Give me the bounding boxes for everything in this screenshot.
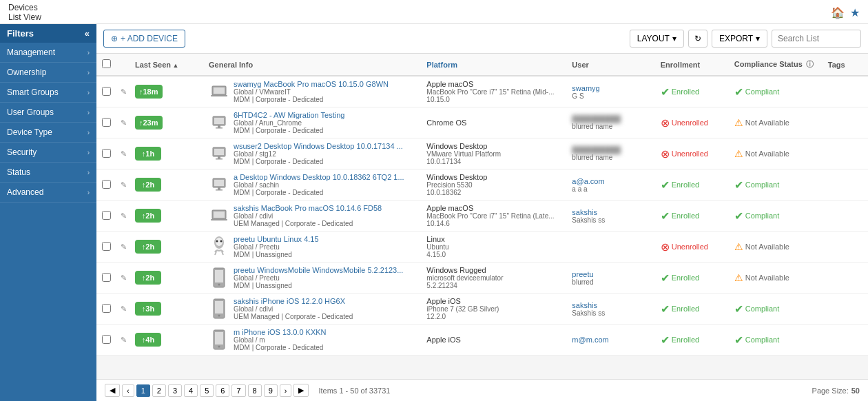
device-name-link[interactable]: sakshis MacBook Pro macOS 10.14.6 FD58	[234, 204, 382, 212]
user-name: blurred name	[572, 154, 652, 161]
sidebar-item-user-groups[interactable]: User Groups ›	[0, 103, 96, 123]
device-icon	[209, 172, 229, 197]
page-6-button[interactable]: 6	[216, 384, 229, 397]
sidebar-item-security[interactable]: Security ›	[0, 143, 96, 163]
edit-icon[interactable]: ✎	[120, 150, 127, 158]
sidebar-item-advanced[interactable]: Advanced ›	[0, 183, 96, 203]
last-seen-header[interactable]: Last Seen	[131, 54, 205, 76]
export-button[interactable]: EXPORT ▾	[712, 30, 767, 48]
page-8-button[interactable]: 8	[248, 384, 262, 397]
page-1-button[interactable]: 1	[136, 384, 150, 397]
platform-version: 10.15.0	[426, 96, 564, 103]
user-email[interactable]: sakshis	[572, 301, 652, 309]
platform-header[interactable]: Platform	[422, 54, 568, 76]
page-5-button[interactable]: 5	[200, 384, 214, 397]
device-name-link[interactable]: preetu Ubuntu Linux 4.15	[234, 235, 319, 243]
sidebar-item-ownership[interactable]: Ownership ›	[0, 63, 96, 83]
device-icon	[209, 265, 229, 290]
row-checkbox[interactable]	[102, 211, 111, 220]
next-page-button[interactable]: ›	[280, 384, 292, 397]
row-action-cell: ✎	[116, 325, 131, 356]
svg-rect-5	[218, 125, 220, 127]
page-9-button[interactable]: 9	[264, 384, 278, 397]
enrollment-status: ✔ Enrolled	[661, 333, 726, 347]
layout-button[interactable]: LAYOUT ▾	[630, 30, 684, 48]
user-email[interactable]: m@m.com	[572, 336, 652, 344]
row-checkbox[interactable]	[102, 242, 111, 251]
table-row: ✎ ↑1h wsuser2 Desktop Windows Desktop 10…	[96, 138, 868, 169]
svg-rect-2	[211, 95, 227, 96]
user-cell: ██████████ blurred name	[568, 138, 656, 169]
page-7-button[interactable]: 7	[231, 384, 245, 397]
edit-icon[interactable]: ✎	[120, 119, 127, 127]
row-checkbox[interactable]	[102, 180, 111, 189]
edit-icon[interactable]: ✎	[120, 336, 127, 345]
edit-icon[interactable]: ✎	[120, 305, 127, 313]
star-icon[interactable]: ★	[850, 6, 860, 19]
device-org: Global / VMwareIT	[234, 88, 418, 96]
sidebar-item-status[interactable]: Status ›	[0, 163, 96, 183]
enrollment-label: Unenrolled	[672, 243, 708, 251]
user-email[interactable]: a@a.com	[572, 177, 652, 185]
select-all-checkbox[interactable]	[102, 59, 111, 68]
compliance-cell: ✔ Compliant	[730, 169, 824, 200]
info-icon[interactable]: ⓘ	[806, 60, 814, 68]
edit-icon[interactable]: ✎	[120, 243, 127, 251]
sidebar-item-management[interactable]: Management ›	[0, 43, 96, 63]
page-3-button[interactable]: 3	[168, 384, 182, 397]
sidebar-item-smart-groups[interactable]: Smart Groups ›	[0, 83, 96, 103]
edit-icon[interactable]: ✎	[120, 274, 127, 282]
row-checkbox[interactable]	[102, 87, 111, 96]
user-email[interactable]: preetu	[572, 270, 652, 278]
chevron-right-icon: ›	[87, 89, 90, 96]
edit-icon[interactable]: ✎	[120, 181, 127, 189]
device-name-link[interactable]: a Desktop Windows Desktop 10.0.18362 6TQ…	[234, 173, 404, 181]
device-name-link[interactable]: 6HTD4C2 - AW Migration Testing	[234, 111, 344, 119]
time-badge: ↑4h	[135, 333, 161, 347]
last-page-button[interactable]: ▶	[293, 384, 309, 397]
prev-page-button[interactable]: ‹	[122, 384, 134, 397]
page-2-button[interactable]: 2	[152, 384, 166, 397]
edit-icon[interactable]: ✎	[120, 212, 127, 220]
row-checkbox[interactable]	[102, 273, 111, 282]
home-icon[interactable]: 🏠	[831, 6, 845, 19]
time-badge: ↑3h	[135, 302, 161, 316]
chevron-right-icon: ›	[87, 109, 90, 116]
svg-rect-9	[218, 156, 220, 158]
breadcrumb: Devices	[8, 3, 41, 12]
platform-cell: Apple macOS MacBook Pro "Core i7" 15" Re…	[422, 200, 568, 232]
device-name-link[interactable]: m iPhone iOS 13.0.0 KXKN	[234, 328, 327, 336]
select-all-header[interactable]	[96, 54, 116, 76]
device-icon	[209, 79, 229, 104]
compliance-cell: ⚠ Not Available	[730, 263, 824, 294]
device-name-link[interactable]: preetu WindowsMobile WindowsMobile 5.2.2…	[234, 266, 403, 274]
sidebar-item-device-type[interactable]: Device Type ›	[0, 123, 96, 143]
user-cell: a@a.com a a a	[568, 169, 656, 200]
device-name-link[interactable]: wsuser2 Desktop Windows Desktop 10.0.171…	[234, 142, 403, 150]
refresh-button[interactable]: ↻	[688, 30, 707, 48]
device-name-link[interactable]: swamyg MacBook Pro macOS 10.15.0 G8WN	[234, 80, 389, 88]
table-row: ✎ ↑18m swamyg MacBook Pro macOS 10.15.0 …	[96, 76, 868, 107]
time-badge: ↑2h	[135, 209, 161, 223]
sidebar-item-label: Status	[7, 167, 30, 177]
row-checkbox[interactable]	[102, 118, 111, 127]
add-device-button[interactable]: ⊕ + ADD DEVICE	[103, 30, 185, 48]
sidebar-header[interactable]: Filters «	[0, 24, 96, 43]
row-checkbox[interactable]	[102, 149, 111, 158]
search-input[interactable]	[772, 30, 861, 48]
device-mgmt: MDM | Corporate - Dedicated	[234, 189, 418, 196]
row-action-cell: ✎	[116, 107, 131, 138]
edit-icon[interactable]: ✎	[120, 88, 127, 96]
time-badge: ↑2h	[135, 240, 161, 254]
row-checkbox[interactable]	[102, 304, 111, 313]
row-checkbox[interactable]	[102, 335, 111, 344]
enrollment-cell: ✔ Enrolled	[657, 325, 730, 356]
page-4-button[interactable]: 4	[184, 384, 198, 397]
device-name-link[interactable]: sakshis iPhone iOS 12.2.0 HG6X	[234, 297, 345, 305]
collapse-icon[interactable]: «	[85, 28, 90, 39]
user-email[interactable]: sakshis	[572, 208, 652, 216]
user-email[interactable]: swamyg	[572, 84, 652, 92]
first-page-button[interactable]: ◀	[105, 384, 120, 397]
svg-rect-1	[214, 88, 225, 94]
platform-version: 12.2.0	[426, 313, 564, 320]
